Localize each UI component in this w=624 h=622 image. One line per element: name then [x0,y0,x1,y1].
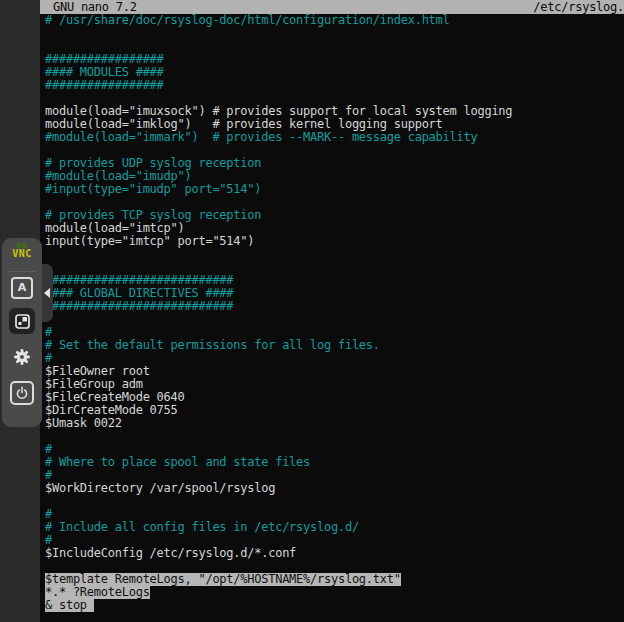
settings-button[interactable] [12,347,32,367]
editor-line[interactable]: module(load="imtcp") [40,222,624,235]
editor-line[interactable]: # [40,443,624,456]
editor-line[interactable]: module(load="imklog") # provides kernel … [40,118,624,131]
editor-line[interactable]: # [40,508,624,521]
editor-line[interactable]: & stop [40,599,624,612]
editor-line[interactable]: ################# [40,53,624,66]
editor-line[interactable] [40,248,624,261]
fullscreen-button[interactable] [9,308,35,334]
gear-icon [13,348,31,366]
editor-line[interactable]: # [40,469,624,482]
editor-line[interactable]: #module(load="imudp") [40,170,624,183]
editor-line[interactable]: module(load="imuxsock") # provides suppo… [40,105,624,118]
editor-line[interactable] [40,92,624,105]
editor-line[interactable]: $FileGroup adm [40,378,624,391]
editor-line[interactable] [40,144,624,157]
editor-line[interactable]: $Umask 0022 [40,417,624,430]
clipboard-button[interactable]: A [11,277,33,299]
editor-line[interactable]: # provides TCP syslog reception [40,209,624,222]
editor-line[interactable]: $IncludeConfig /etc/rsyslog.d/*.conf [40,547,624,560]
editor-line[interactable]: *.* ?RemoteLogs [40,586,624,599]
editor-line[interactable]: # [40,326,624,339]
selected-text[interactable]: *.* ?RemoteLogs [45,586,150,599]
fullscreen-icon [15,314,30,329]
nano-filename-label: /etc/rsyslog. [533,0,624,14]
editor-line[interactable] [40,313,624,326]
editor-line[interactable]: # [40,352,624,365]
editor-line[interactable]: ########################### [40,300,624,313]
editor-line[interactable]: ########################### [40,274,624,287]
clipboard-a-icon: A [18,281,27,294]
editor-line[interactable]: $FileOwner root [40,365,624,378]
editor-line[interactable]: $DirCreateMode 0755 [40,404,624,417]
nano-version-label: GNU nano 7.2 [53,0,137,14]
editor-line[interactable] [40,495,624,508]
power-icon [15,386,29,400]
selected-text[interactable]: $template RemoteLogs, "/opt/%HOSTNAME%/r… [45,573,401,586]
novnc-logo: no VNC [2,241,42,259]
vnc-control-panel: no VNC A [2,238,42,427]
editor-line[interactable] [40,430,624,443]
editor-line[interactable]: #### MODULES #### [40,66,624,79]
editor-line[interactable]: # Where to place spool and state files [40,456,624,469]
editor-line[interactable] [40,27,624,40]
editor-line[interactable]: # Include all config files in /etc/rsysl… [40,521,624,534]
selected-text-cursor[interactable]: & stop [45,599,94,612]
collapse-arrow-icon [44,288,50,298]
editor-line[interactable]: ################# [40,79,624,92]
editor-lines[interactable]: # /usr/share/doc/rsyslog-doc/html/config… [40,14,624,612]
editor-line[interactable]: input(type="imtcp" port="514") [40,235,624,248]
editor-line[interactable]: #module(load="immark") # provides --MARK… [40,131,624,144]
nano-terminal[interactable]: GNU nano 7.2 /etc/rsyslog. # /usr/share/… [40,0,624,622]
panel-divider [9,271,35,272]
editor-line[interactable]: # provides UDP syslog reception [40,157,624,170]
editor-line[interactable]: $template RemoteLogs, "/opt/%HOSTNAME%/r… [40,573,624,586]
editor-line[interactable] [40,560,624,573]
editor-line[interactable] [40,261,624,274]
editor-line[interactable]: #input(type="imudp" port="514") [40,183,624,196]
editor-line[interactable] [40,196,624,209]
editor-line[interactable]: #### GLOBAL DIRECTIVES #### [40,287,624,300]
editor-line[interactable]: $WorkDirectory /var/spool/rsyslog [40,482,624,495]
power-button[interactable] [10,381,34,405]
novnc-logo-bottom: VNC [2,249,42,259]
editor-line[interactable] [40,40,624,53]
editor-line[interactable]: # Set the default permissions for all lo… [40,339,624,352]
editor-line[interactable]: # /usr/share/doc/rsyslog-doc/html/config… [40,14,624,27]
editor-line[interactable]: $FileCreateMode 0640 [40,391,624,404]
editor-line[interactable]: # [40,534,624,547]
nano-titlebar: GNU nano 7.2 /etc/rsyslog. [40,0,624,14]
